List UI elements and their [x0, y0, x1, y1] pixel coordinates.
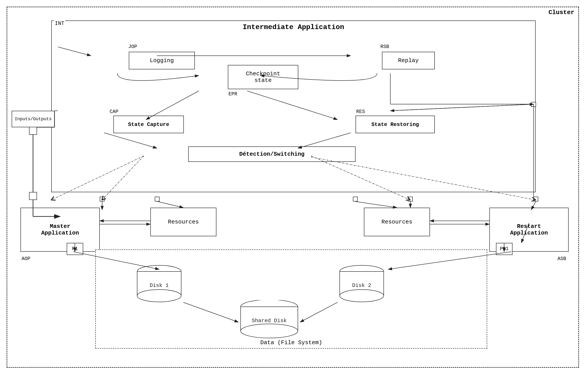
int-box: INT Intermediate Application JOP RSB CAP… [51, 21, 536, 192]
cap-label: CAP [109, 109, 119, 115]
pb1-box: PB1 [496, 243, 513, 255]
shared-disk-container: Shared Disk [238, 300, 300, 341]
svg-rect-18 [29, 127, 37, 135]
svg-point-10 [241, 324, 298, 338]
junction-3 [353, 197, 358, 202]
p1-box: P1 [67, 243, 83, 255]
aop-label: AOP [21, 256, 30, 262]
inputs-outputs-box: Inputs/Outputs [12, 111, 55, 127]
junction-6 [531, 102, 536, 107]
svg-point-2 [137, 289, 181, 302]
junction-5 [533, 197, 538, 202]
int-title: Intermediate Application [243, 23, 344, 31]
junction-1 [100, 197, 105, 202]
resources-box-2: Resources [364, 208, 430, 236]
junction-4 [408, 197, 413, 202]
diagram-container: Cluster INT Intermediate Application JOP… [7, 7, 579, 368]
logging-box: Logging [129, 52, 195, 69]
state-restoring-box: State Restoring [356, 116, 435, 133]
res-label: RES [356, 109, 366, 115]
asb-label: ASB [557, 256, 566, 262]
disk2-container: Disk 2 [337, 265, 386, 306]
checkpoint-box: Checkpoint state [228, 65, 298, 89]
svg-text:Disk 2: Disk 2 [352, 282, 371, 289]
jop-label: JOP [128, 44, 138, 50]
epr-label: EPR [228, 91, 238, 97]
disk1-container: Disk 1 [135, 265, 183, 306]
rsb-label: RSB [380, 44, 390, 50]
cluster-label: Cluster [548, 9, 574, 16]
svg-line-27 [158, 202, 183, 208]
replay-box: Replay [382, 52, 435, 69]
resources-box-1: Resources [150, 208, 216, 236]
svg-text:Shared Disk: Shared Disk [252, 318, 287, 324]
svg-text:Disk 1: Disk 1 [150, 282, 169, 289]
detection-box: Détection/Switching [188, 146, 356, 162]
state-capture-box: State Capture [113, 116, 184, 133]
int-label: INT [54, 21, 65, 26]
junction-2 [155, 197, 160, 202]
svg-point-6 [340, 289, 384, 302]
svg-rect-19 [29, 192, 37, 200]
svg-line-28 [355, 202, 397, 208]
master-app-box: Master Application [21, 208, 100, 252]
